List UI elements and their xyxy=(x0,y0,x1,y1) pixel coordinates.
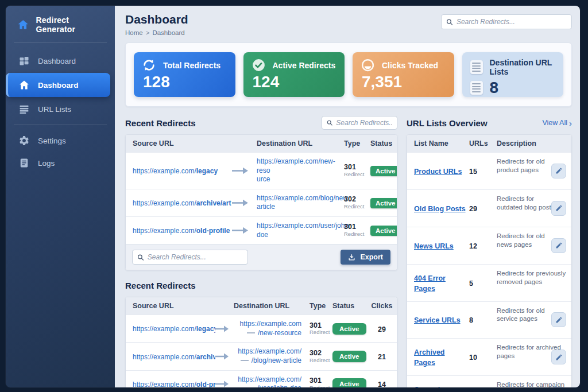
stat-label: Total Redirects xyxy=(163,61,220,70)
sidebar-item-logs[interactable]: Logs xyxy=(11,153,109,173)
global-search[interactable] xyxy=(441,14,572,29)
destination-url-link[interactable]: https://example.com//blog/new-article xyxy=(238,347,301,365)
search-input[interactable] xyxy=(148,253,243,261)
table1-search[interactable] xyxy=(322,116,397,130)
right-column: URL Lists Overview View All› List Name U… xyxy=(407,115,572,387)
status-badge: Active xyxy=(332,378,366,387)
arrow-right-icon xyxy=(231,199,249,207)
url-list-row: Campaign URLs 7 Redirects for campaignla… xyxy=(407,375,571,387)
col-urls: URLs xyxy=(467,135,485,152)
stat-value: 128 xyxy=(142,73,227,91)
table-header: Source URL Destination URL Type Status C… xyxy=(126,297,397,315)
col-description: Description xyxy=(485,135,571,152)
export-button[interactable]: Export xyxy=(341,250,390,265)
stacked-lists-icon xyxy=(470,81,483,95)
stat-label: Clicks Tracked xyxy=(382,61,438,70)
breadcrumb-home[interactable]: Home xyxy=(125,29,143,36)
url-list-row: News URLs 12 Redirects for oldnews pages xyxy=(407,227,571,264)
sidebar-item-dashboard-overview[interactable]: Dashboard xyxy=(11,51,109,71)
arrow-right-icon xyxy=(231,227,249,234)
url-count: 15 xyxy=(469,168,477,176)
stacked-lists-icon xyxy=(470,60,483,74)
sidebar: Redirect Generator Dashboard Dashboard U… xyxy=(6,6,115,387)
col-clicks: Clicks xyxy=(367,297,397,315)
stat-card-active-redirects[interactable]: Active Redirects 124 xyxy=(243,52,345,97)
list-name-link[interactable]: News URLs xyxy=(414,242,454,250)
edit-button[interactable] xyxy=(551,312,566,327)
stat-card-destination-url-lists[interactable]: Destination URL Lists 8 xyxy=(462,52,564,97)
redirect-type: 301 xyxy=(310,377,329,385)
col-list-name: List Name xyxy=(407,135,467,152)
wrap-indicator xyxy=(247,332,255,333)
url-count: 5 xyxy=(469,280,473,288)
download-icon xyxy=(348,254,355,261)
search-icon xyxy=(446,18,453,26)
edit-button[interactable] xyxy=(551,350,566,364)
source-url-link[interactable]: https://example.com/legacy xyxy=(133,167,218,176)
table-row: https://example.com/old-profile https://… xyxy=(126,216,397,244)
table-row: https://example.com/archive https://exam… xyxy=(126,342,397,370)
table-row: https://example.com/legacy https://examp… xyxy=(126,152,397,189)
stat-card-total-redirects[interactable]: Total Redirects 128 xyxy=(134,52,235,97)
pencil-icon xyxy=(555,242,563,249)
source-url-link[interactable]: https://example.com/old-profile xyxy=(133,381,215,387)
edit-button[interactable] xyxy=(551,164,566,178)
source-url-link[interactable]: https://example.com/archive xyxy=(133,353,215,362)
app-window: Redirect Generator Dashboard Dashboard U… xyxy=(6,6,580,387)
col-source-url: Source URL xyxy=(126,297,215,315)
app-title: Redirect Generator xyxy=(36,15,106,34)
search-icon xyxy=(327,119,332,126)
view-all-link[interactable]: View All› xyxy=(542,119,572,127)
source-url-link[interactable]: https://example.com/legacy xyxy=(133,325,215,334)
list-name-link[interactable]: Old Blog Posts xyxy=(414,205,466,213)
list-description: Redirects for previouslyremoved pages xyxy=(497,269,571,296)
click-circle-icon xyxy=(361,58,375,72)
url-count: 12 xyxy=(469,242,477,250)
arrow-right-icon xyxy=(215,353,229,360)
sidebar-item-url-lists[interactable]: URL Lists xyxy=(11,99,109,119)
destination-url-link[interactable]: https://example.com/new-resource xyxy=(257,157,337,184)
destination-url-link[interactable]: https://example.com//user/john-doe xyxy=(238,375,301,387)
stat-label: Destination URL Lists xyxy=(490,58,556,76)
stat-card-clicks-tracked[interactable]: Clicks Tracked 7,351 xyxy=(353,52,454,97)
home-logo-icon xyxy=(17,18,29,31)
recent-redirects-title-2: Recent Redirects xyxy=(125,281,196,290)
list-icon xyxy=(18,103,30,115)
search-input[interactable] xyxy=(336,119,392,127)
table-row: https://example.com/old-profile https://… xyxy=(126,370,397,387)
edit-button[interactable] xyxy=(551,238,566,253)
list-name-link[interactable]: Campaign URLs xyxy=(414,386,448,387)
source-url-link[interactable]: https://example.com/archive/article xyxy=(133,199,231,208)
url-list-row: Archived Pages 10 Redirects for archived… xyxy=(407,338,571,375)
list-name-link[interactable]: 404 Error Pages xyxy=(414,274,446,293)
breadcrumb-current: Dashboard xyxy=(152,29,184,36)
col-status: Status xyxy=(363,135,397,152)
url-list-row: 404 Error Pages 5 Redirects for previous… xyxy=(407,264,571,301)
page-header: Dashboard Home > Dashboard xyxy=(125,13,572,36)
sidebar-item-dashboard[interactable]: Dashboard xyxy=(6,73,110,97)
edit-button[interactable] xyxy=(551,387,566,387)
destination-url-link[interactable]: https://example.com/blog/newarticle xyxy=(257,194,348,212)
list-name-link[interactable]: Product URLs xyxy=(414,168,462,176)
check-circle-icon xyxy=(252,58,266,72)
destination-url-link[interactable]: https://example.com/new-resource xyxy=(240,320,301,337)
sidebar-item-label: URL Lists xyxy=(38,105,71,114)
main-content: Dashboard Home > Dashboard Total Redirec… xyxy=(115,6,580,387)
source-url-link[interactable]: https://example.com/old-profile xyxy=(133,227,230,236)
edit-button[interactable] xyxy=(551,201,566,216)
redirect-type: 301 xyxy=(344,223,363,231)
redirect-type: 302 xyxy=(310,350,329,358)
table1-footer-search[interactable] xyxy=(132,250,248,265)
search-input[interactable] xyxy=(457,18,567,26)
list-name-link[interactable]: Archived Pages xyxy=(414,348,445,367)
app-logo: Redirect Generator xyxy=(6,6,115,42)
stat-cards-panel: Total Redirects 128 Active Redirects 124… xyxy=(125,42,572,107)
stat-value: 7,351 xyxy=(361,73,446,91)
clicks-count: 29 xyxy=(378,325,386,333)
sidebar-item-settings[interactable]: Settings xyxy=(11,130,109,151)
refresh-arrows-icon xyxy=(142,58,156,72)
page-title: Dashboard xyxy=(125,13,188,26)
url-lists-table: List Name URLs Description Product URLs … xyxy=(407,134,572,387)
pencil-icon xyxy=(555,204,563,212)
list-name-link[interactable]: Service URLs xyxy=(414,316,461,324)
